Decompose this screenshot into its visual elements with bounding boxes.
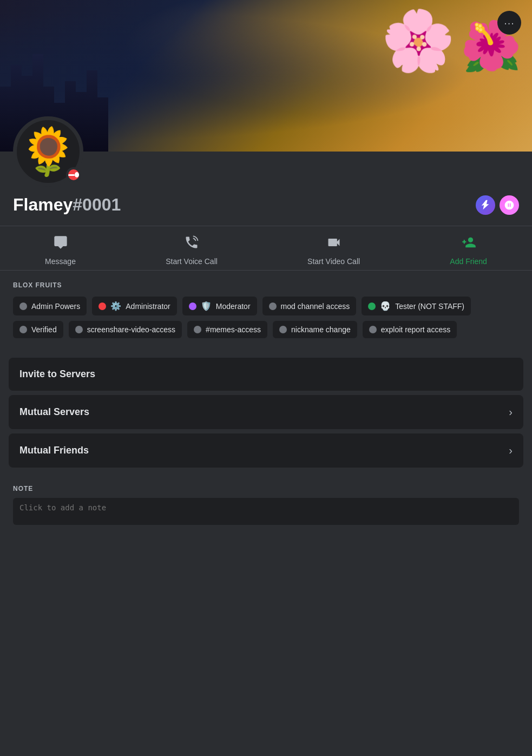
- boost-badge: [500, 195, 519, 215]
- video-call-label: Start Video Call: [307, 257, 360, 266]
- mutual-servers-label: Mutual Servers: [19, 406, 89, 418]
- video-call-icon: [326, 235, 341, 254]
- more-options-label: ···: [504, 17, 515, 29]
- status-badge: [66, 167, 81, 182]
- note-title: NOTE: [13, 485, 519, 492]
- role-dot: [19, 326, 27, 333]
- role-dot: [269, 303, 277, 310]
- video-call-action[interactable]: Start Video Call: [307, 235, 360, 266]
- actions-bar: Message Start Voice Call Start Video Cal…: [0, 226, 532, 271]
- message-action[interactable]: Message: [45, 235, 76, 266]
- voice-call-icon: [184, 235, 199, 254]
- role-label: screenshare-video-access: [87, 325, 175, 334]
- role-label: Tester (NOT STAFF): [395, 302, 464, 311]
- status-indicator: [68, 174, 75, 176]
- role-screenshare[interactable]: screenshare-video-access: [69, 321, 182, 338]
- note-section: NOTE: [0, 476, 532, 536]
- voice-call-label: Start Voice Call: [166, 257, 218, 266]
- mutual-friends-label: Mutual Friends: [19, 445, 89, 456]
- role-dot: [98, 303, 106, 310]
- role-nickname-change[interactable]: nickname change: [273, 321, 357, 338]
- add-friend-label: Add Friend: [450, 257, 487, 266]
- roles-section: BLOX FRUITS Admin Powers ⚙️ Administrato…: [0, 271, 532, 349]
- nitro-icon: [480, 199, 491, 211]
- role-memes-access[interactable]: #memes-access: [187, 321, 267, 338]
- role-tester[interactable]: 💀 Tester (NOT STAFF): [362, 297, 471, 315]
- role-verified[interactable]: Verified: [13, 321, 63, 338]
- role-dot: [279, 326, 287, 333]
- chevron-right-icon: ›: [509, 406, 513, 418]
- sections-container: Invite to Servers Mutual Servers › Mutua…: [0, 349, 532, 476]
- roles-grid: Admin Powers ⚙️ Administrator 🛡️ Moderat…: [13, 297, 519, 338]
- message-icon: [53, 235, 68, 254]
- badge-row: [476, 195, 519, 215]
- avatar-wrapper: 🌻: [13, 116, 83, 187]
- role-mod-channel[interactable]: mod channel access: [262, 297, 357, 315]
- mutual-servers-section[interactable]: Mutual Servers ›: [9, 395, 523, 429]
- username: Flamey: [13, 195, 73, 214]
- profile-section: 🌻 Flamey#0001: [0, 152, 532, 226]
- role-label: Administrator: [126, 302, 170, 311]
- add-friend-icon: [461, 235, 476, 254]
- chevron-right-icon: ›: [509, 444, 513, 457]
- role-emoji: 💀: [380, 301, 391, 311]
- add-friend-action[interactable]: Add Friend: [450, 235, 487, 266]
- role-label: Moderator: [216, 302, 251, 311]
- role-dot: [368, 303, 376, 310]
- role-label: nickname change: [291, 325, 351, 334]
- discriminator: #0001: [73, 195, 121, 214]
- role-label: mod channel access: [281, 302, 350, 311]
- role-label: #memes-access: [206, 325, 261, 334]
- nitro-badge: [476, 195, 495, 215]
- role-moderator[interactable]: 🛡️ Moderator: [182, 297, 257, 315]
- role-admin-powers[interactable]: Admin Powers: [13, 297, 87, 315]
- boost-icon: [504, 200, 515, 211]
- role-dot: [369, 326, 377, 333]
- more-options-button[interactable]: ···: [497, 11, 521, 35]
- role-administrator[interactable]: ⚙️ Administrator: [92, 297, 176, 315]
- flower-icon-1: 🌸: [381, 11, 455, 70]
- role-dot: [19, 303, 27, 310]
- role-label: Verified: [31, 325, 57, 334]
- role-exploit-report[interactable]: exploit report access: [363, 321, 457, 338]
- invite-servers-label: Invite to Servers: [19, 369, 95, 380]
- role-label: exploit report access: [381, 325, 450, 334]
- invite-servers-section[interactable]: Invite to Servers: [9, 358, 523, 391]
- note-input[interactable]: [13, 498, 519, 525]
- mutual-friends-section[interactable]: Mutual Friends ›: [9, 433, 523, 468]
- roles-title: BLOX FRUITS: [13, 281, 519, 289]
- role-dot: [189, 303, 196, 310]
- role-dot: [194, 326, 201, 333]
- role-dot: [75, 326, 83, 333]
- role-label: Admin Powers: [31, 302, 80, 311]
- role-emoji: 🛡️: [201, 301, 212, 311]
- message-label: Message: [45, 257, 76, 266]
- role-emoji: ⚙️: [110, 301, 121, 311]
- username-row: Flamey#0001: [13, 152, 519, 215]
- voice-call-action[interactable]: Start Voice Call: [166, 235, 218, 266]
- username-container: Flamey#0001: [13, 195, 121, 215]
